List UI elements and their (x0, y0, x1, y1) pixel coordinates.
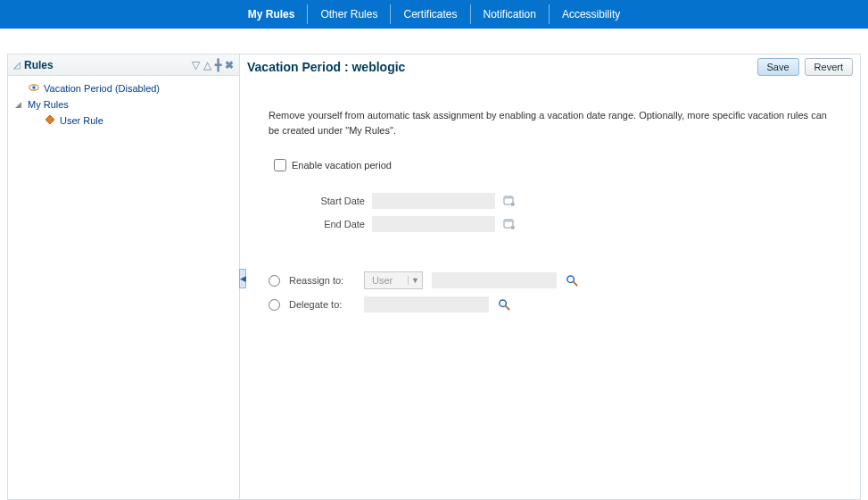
content-actions: Save Revert (757, 58, 853, 76)
reassign-type-value: User (365, 275, 408, 286)
tree-label-userrule: User Rule (60, 115, 103, 126)
tree-label-vacation: Vacation Period (Disabled) (44, 83, 160, 94)
tab-my-rules[interactable]: My Rules (236, 4, 309, 24)
delegate-label: Delegate to: (289, 299, 355, 310)
reassign-radio[interactable] (269, 275, 280, 287)
calendar-icon[interactable] (502, 194, 517, 208)
tab-other-rules[interactable]: Other Rules (308, 4, 391, 24)
tab-accessibility[interactable]: Accessibility (550, 4, 632, 24)
top-nav-bar: My Rules Other Rules Certificates Notifi… (0, 0, 868, 29)
save-button[interactable]: Save (757, 58, 799, 76)
rule-icon (44, 113, 56, 128)
tree-item-vacation-period[interactable]: Vacation Period (Disabled) (13, 79, 234, 97)
delegate-value-input[interactable] (364, 296, 489, 312)
rules-tree: Vacation Period (Disabled) ◢ My Rules Us… (8, 76, 239, 133)
top-nav: My Rules Other Rules Certificates Notifi… (236, 4, 632, 24)
reassign-label: Reassign to: (289, 275, 355, 286)
enable-vacation-checkbox[interactable] (274, 159, 286, 171)
tree-label-myrules: My Rules (28, 99, 69, 110)
content-body: Remove yourself from automatic task assi… (240, 108, 860, 312)
reassign-row: Reassign to: User ▼ (269, 271, 831, 289)
chevron-down-icon: ▼ (408, 276, 422, 285)
delegate-radio[interactable] (269, 299, 280, 311)
filter-down-icon[interactable]: ▽ (192, 59, 200, 71)
sidebar: ◿ Rules ▽ △ ╋ ✖ Vacation Period (Disable… (8, 54, 240, 499)
main-container: ◿ Rules ▽ △ ╋ ✖ Vacation Period (Disable… (7, 54, 861, 500)
assignment-block: Reassign to: User ▼ Delegate to: (269, 271, 831, 312)
svg-line-8 (573, 281, 577, 286)
svg-point-9 (500, 299, 507, 306)
tree-item-my-rules[interactable]: ◢ My Rules (13, 97, 234, 112)
vacation-icon (28, 81, 40, 96)
svg-line-10 (505, 305, 509, 310)
enable-vacation-row: Enable vacation period (274, 159, 831, 171)
tree-item-user-rule[interactable]: User Rule (13, 112, 234, 129)
svg-rect-6 (504, 220, 513, 222)
sidebar-actions: ▽ △ ╋ ✖ (192, 59, 234, 71)
svg-rect-2 (45, 115, 54, 124)
page-title: Vacation Period : weblogic (247, 58, 405, 74)
revert-button[interactable]: Revert (805, 58, 853, 76)
start-date-row: Start Date (295, 193, 831, 209)
enable-vacation-label: Enable vacation period (292, 160, 392, 171)
content-header: Vacation Period : weblogic Save Revert (240, 54, 860, 83)
end-date-label: End Date (295, 219, 365, 229)
sidebar-header: ◿ Rules ▽ △ ╋ ✖ (8, 54, 239, 76)
reassign-type-select[interactable]: User ▼ (364, 271, 423, 289)
end-date-input[interactable] (372, 216, 495, 232)
tab-certificates[interactable]: Certificates (391, 4, 470, 24)
tree-expand-icon[interactable]: ◢ (15, 100, 24, 109)
splitter-collapse-handle[interactable]: ◀ (239, 269, 246, 288)
tab-notification[interactable]: Notification (471, 4, 550, 24)
search-icon[interactable] (566, 274, 579, 288)
collapse-panel-icon[interactable]: ◿ (13, 60, 21, 70)
end-date-row: End Date (295, 216, 831, 232)
delegate-row: Delegate to: (269, 296, 831, 312)
start-date-input[interactable] (372, 193, 495, 209)
add-icon[interactable]: ╋ (215, 59, 221, 71)
svg-point-7 (567, 275, 575, 282)
sidebar-title: Rules (24, 59, 54, 71)
svg-rect-4 (504, 196, 513, 199)
calendar-icon[interactable] (502, 217, 517, 231)
reassign-value-input[interactable] (432, 272, 557, 288)
date-fields: Start Date End Date (295, 193, 831, 232)
content-panel: ◀ Vacation Period : weblogic Save Revert… (240, 54, 860, 499)
filter-up-icon[interactable]: △ (203, 59, 211, 71)
search-icon[interactable] (498, 298, 511, 312)
svg-point-1 (32, 86, 36, 89)
delete-icon[interactable]: ✖ (225, 59, 234, 71)
help-text: Remove yourself from automatic task assi… (269, 108, 831, 138)
start-date-label: Start Date (295, 196, 365, 206)
